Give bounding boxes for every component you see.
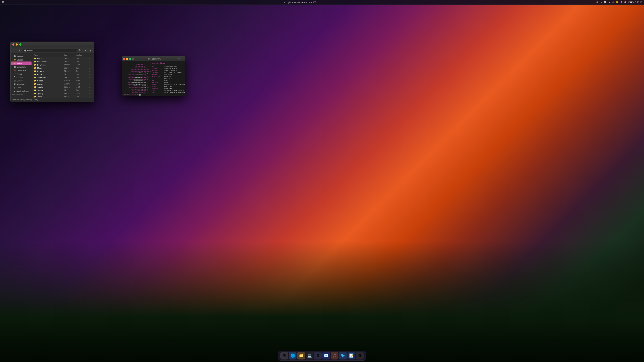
weather-text: Light intensity shower rain, 4°C — [286, 1, 316, 3]
file-row-public[interactable]: 📁Public 0 items Cum ☆ — [32, 73, 94, 76]
dock-item-browser[interactable]: 🌐 — [289, 352, 296, 360]
term-de-key: DE: — [152, 77, 164, 79]
file-row-desktop[interactable]: 📁Desktop 0 items Cum ☆ — [32, 57, 94, 60]
file-row-cache[interactable]: 📁.cache 25 items 14:34 ☆ — [32, 82, 94, 85]
file-row-templates[interactable]: 📁Templates 0 items Cum ☆ — [32, 76, 94, 79]
file-manager-window: ‹ › 🏠 Home 🔍 ≡ ⋮ 🕐 Recent ⭐ Starred 🏠 Ho… — [10, 41, 94, 102]
fm-menu-button[interactable]: ⋮ — [88, 49, 93, 52]
file-row-videos[interactable]: 📁Videos 21 items 00:54 ☆ — [32, 79, 94, 82]
tray-icon-6[interactable]: 📶 — [616, 1, 619, 4]
file-row-pictures[interactable]: 📁Pictures 3 items Cts ☆ — [32, 69, 94, 73]
term-gpu-key: GPU: — [152, 92, 164, 93]
file-row-documents[interactable]: 📁Documents 0 items Cum ☆ — [32, 60, 94, 63]
music-player-icon: 🎵 — [332, 354, 337, 358]
term-resolution-key: Resolution: — [152, 75, 164, 77]
fm-view-button[interactable]: ≡ — [83, 49, 88, 52]
datetime-display: Fri Mar 7 23:18 — [628, 1, 642, 3]
term-theme-line: Theme: Skeuos-Violet-Dark [GTK2/3] — [152, 83, 185, 85]
file-row-gnome[interactable]: 📁.gnome 1 item Cum ☆ — [32, 89, 94, 92]
dock-item-settings[interactable]: ⚙ — [314, 352, 322, 360]
file-row-music[interactable]: 📁Music 0 items Cum ☆ — [32, 66, 94, 69]
term-gpu-val: AMD ATI Radeon RX 5600 OEM/5600 — [164, 92, 185, 93]
sidebar-item-starred-label: Starred — [17, 59, 23, 61]
fm-back-button[interactable]: ‹ — [12, 49, 16, 52]
sidebar-item-home-label: Home — [17, 62, 22, 64]
sidebar-item-downloads[interactable]: 📥 Downloads — [11, 68, 32, 72]
term-title: omer@omy-linux: ~ — [135, 58, 177, 60]
term-cpu-key: CPU: — [152, 90, 164, 91]
sidebar-item-pictures[interactable]: 🖼 Pictures — [11, 76, 32, 79]
apps-menu-icon[interactable]: ⊞ — [2, 1, 4, 4]
sidebar-item-documents[interactable]: 📄 Documents — [11, 65, 32, 68]
fm-breadcrumb[interactable]: 🏠 Home — [23, 49, 77, 52]
fm-maximize-button[interactable] — [19, 43, 22, 45]
term-more-icon[interactable]: ⋮ — [182, 58, 184, 60]
term-close-button[interactable] — [123, 58, 125, 60]
tray-icon-3[interactable]: 📊 — [604, 1, 606, 4]
sidebar-item-trash[interactable]: 🗑 Trash — [11, 86, 32, 89]
term-search-icon[interactable]: 🔍 — [178, 58, 180, 60]
term-icons-val: Omer [GTK2/3] — [164, 85, 174, 87]
term-sysinfo: omer@omy-linux OS: Ubuntu 21.10 x86_64 K… — [152, 62, 185, 92]
sidebar-item-recent[interactable]: 🕐 Recent — [11, 54, 32, 58]
term-os-val: Ubuntu 21.10 x86_64 — [164, 65, 179, 67]
term-packages-val: 1614 (dpkg), 7 (flatpak) — [164, 71, 183, 73]
sidebar-item-starred[interactable]: ⭐ Starred — [11, 58, 32, 61]
term-user-host: omer@omy-linux — [152, 62, 185, 64]
sidebar-item-home[interactable]: 🏠 Home — [11, 61, 32, 65]
dock-item-trash[interactable]: 🗑 — [356, 352, 364, 360]
sidebar-item-cloud[interactable]: ☁ omerilhan@gm... — [11, 89, 32, 93]
tree-overlay — [0, 211, 644, 362]
sidebar-item-videos[interactable]: 🎬 Videos — [11, 79, 32, 82]
tray-icon-5[interactable]: 🔊 — [612, 1, 615, 4]
term-minimize-button[interactable] — [126, 58, 128, 60]
file-row-downloads[interactable]: 📁Downloads 38 items 14:33 ☆ — [32, 63, 94, 66]
term-cursor — [139, 94, 140, 95]
term-packages-key: Packages: — [152, 71, 164, 73]
term-resolution-line: Resolution: 3840x2160 — [152, 75, 185, 77]
dock-item-appgrid[interactable]: ⊞ — [280, 352, 288, 360]
fm-content: Name Size Modified 📁Desktop 0 items Cum … — [32, 53, 94, 98]
terminal-icon: 💻 — [307, 354, 312, 358]
fm-close-button[interactable] — [12, 43, 14, 45]
file-row-icons[interactable]: 📁.icons 2 items Cum ☆ — [32, 95, 94, 98]
fm-column-headers: Name Size Modified — [32, 53, 94, 57]
mail-icon: 📧 — [324, 354, 328, 358]
term-icons-key: Icons: — [152, 85, 164, 87]
term-extra-button[interactable] — [132, 58, 134, 60]
term-maximize-button[interactable] — [129, 58, 131, 60]
sidebar-item-templates[interactable]: 📋 Templates — [11, 82, 32, 86]
dock-item-twitter[interactable]: 🐦 — [339, 352, 347, 360]
fm-minimize-button[interactable] — [16, 43, 18, 45]
file-row-gnupg[interactable]: 📁.gnupg 2 items 19:02 ☆ — [32, 92, 94, 95]
fm-search-button[interactable]: 🔍 — [78, 48, 82, 52]
tray-icon-4[interactable]: ▶ — [608, 1, 611, 4]
panel-right: 🔒 🖥 📊 ▶ 🔊 📶 🔋 📅 Fri Mar 7 23:18 — [596, 1, 642, 4]
tray-icon-1[interactable]: 🔒 — [596, 1, 598, 4]
term-ascii-art: ./oossssoo/. .:+ssssssssssso+:. .+ssssss… — [123, 62, 151, 92]
term-kernel-val: 5.13.0-30-generic — [164, 67, 178, 69]
term-resolution-val: 3840x2160 — [164, 75, 171, 77]
dock-item-music[interactable]: 🎵 — [331, 352, 338, 360]
trash-dock-icon: 🗑 — [358, 354, 362, 358]
bottom-dock: ⊞ 🌐 📁 💻 ⚙ 📧 🎵 🐦 📝 🗑 — [278, 351, 366, 361]
tray-icon-2[interactable]: 🖥 — [600, 1, 602, 4]
term-theme-key: Theme: — [152, 83, 164, 85]
tray-icon-7[interactable]: 🔋 — [620, 1, 623, 4]
term-packages-line: Packages: 1614 (dpkg), 7 (flatpak) — [152, 71, 185, 73]
home-folder-icon: 🏠 — [14, 62, 16, 64]
dock-item-terminal[interactable]: 💻 — [306, 352, 313, 360]
term-prompt-symbol: :~$ — [136, 94, 140, 95]
terminal-window: omer@omy-linux: ~ 🔍 ⋮ ./oossssoo/. .:+ss… — [122, 56, 185, 96]
sidebar-item-downloads-label: Downloads — [17, 69, 26, 71]
tray-icon-8[interactable]: 📅 — [624, 1, 627, 4]
term-prompt-area[interactable]: omer@omy-linux:~$ — [122, 93, 185, 96]
file-row-config[interactable]: 📁.config 25 items 14:34 ☆ — [32, 85, 94, 89]
sidebar-item-music[interactable]: 🎵 Music — [11, 72, 32, 76]
dock-item-mail[interactable]: 📧 — [322, 352, 330, 360]
dock-item-notes[interactable]: 📝 — [348, 352, 355, 360]
fm-forward-button[interactable]: › — [17, 49, 22, 52]
dock-item-files[interactable]: 📁 — [297, 352, 305, 360]
sidebar-item-trash-label: Trash — [16, 87, 21, 89]
fm-statusbar: "local" selected (containing 1 item) — [10, 98, 94, 102]
